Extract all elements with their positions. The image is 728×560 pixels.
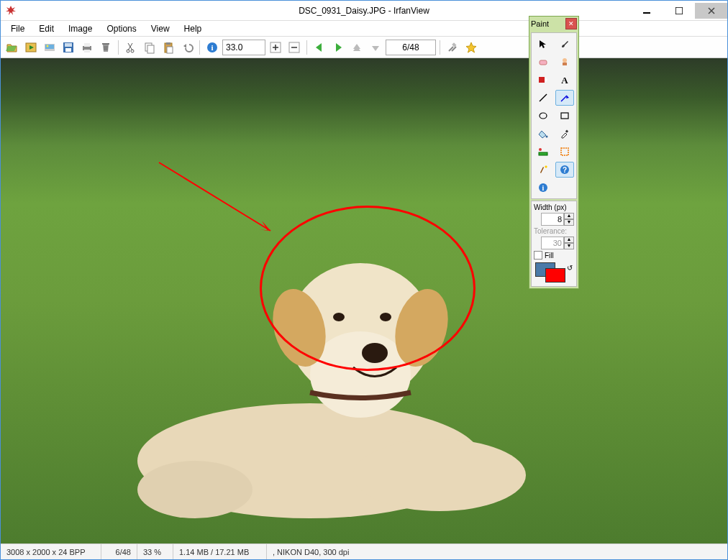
slideshow-button[interactable] — [22, 39, 40, 56]
arrow-tool[interactable] — [555, 90, 574, 106]
tolerance-spinner[interactable]: ▲▼ — [564, 237, 574, 249]
svg-rect-47 — [539, 152, 547, 155]
status-camera: , NIKON D40, 300 dpi — [267, 544, 727, 559]
thumbnails-button[interactable] — [41, 39, 58, 56]
print-button[interactable] — [78, 39, 96, 56]
svg-rect-46 — [565, 130, 568, 133]
svg-rect-8 — [65, 48, 71, 52]
svg-rect-12 — [102, 43, 109, 45]
svg-text:A: A — [561, 75, 568, 85]
settings-button[interactable] — [444, 39, 461, 56]
effects-tool[interactable] — [534, 162, 552, 178]
first-image-button[interactable] — [348, 39, 365, 56]
open-button[interactable] — [4, 39, 21, 56]
svg-rect-49 — [561, 148, 568, 155]
menu-options[interactable]: Options — [99, 22, 143, 35]
straighten-tool[interactable] — [555, 144, 574, 160]
svg-rect-36 — [540, 60, 547, 65]
svg-point-37 — [563, 58, 567, 63]
help-tool[interactable]: ? — [555, 162, 574, 178]
prev-image-button[interactable] — [311, 39, 328, 56]
eraser-tool[interactable] — [534, 54, 552, 70]
separator — [118, 40, 119, 55]
foreground-color[interactable] — [545, 268, 565, 283]
undo-button[interactable] — [178, 39, 196, 56]
save-button[interactable] — [60, 39, 77, 56]
rectangle-tool[interactable] — [555, 108, 574, 124]
annotation-arrow — [155, 159, 285, 245]
window-title: DSC_0931_Daisy.JPG - IrfanView — [299, 6, 429, 16]
paste-button[interactable] — [160, 39, 177, 56]
window-controls — [630, 3, 727, 19]
svg-rect-10 — [84, 43, 90, 47]
clone-tool[interactable] — [555, 54, 574, 70]
fill-tool[interactable] — [534, 126, 552, 142]
next-image-button[interactable] — [329, 39, 347, 56]
svg-rect-7 — [65, 43, 72, 47]
rotate-tool[interactable] — [534, 72, 552, 88]
maximize-button[interactable] — [663, 3, 695, 19]
svg-point-29 — [310, 331, 411, 418]
info-button[interactable]: i — [204, 39, 221, 56]
cut-button[interactable] — [122, 39, 140, 56]
eyedropper-tool[interactable] — [555, 126, 574, 142]
close-button[interactable] — [695, 3, 727, 19]
status-zoom: 33 % — [137, 544, 173, 559]
svg-point-31 — [387, 283, 456, 372]
tolerance-input[interactable] — [541, 237, 564, 249]
menubar: File Edit Image Options View Help — [1, 21, 727, 37]
status-dimensions: 3008 x 2000 x 24 BPP — [1, 544, 101, 559]
zoom-combo[interactable] — [222, 40, 265, 55]
svg-rect-19 — [167, 47, 173, 53]
width-label: Width (px) — [534, 203, 574, 211]
paint-close-button[interactable]: ✕ — [565, 18, 577, 29]
svg-point-27 — [353, 439, 526, 511]
separator — [199, 40, 200, 55]
toolbar: i — [1, 37, 727, 58]
width-spinner[interactable]: ▲▼ — [564, 213, 574, 226]
paint-title: Paint — [531, 19, 549, 28]
info-tool[interactable]: i — [534, 180, 552, 196]
svg-rect-4 — [45, 45, 54, 49]
status-page: 6/48 — [101, 544, 137, 559]
menu-view[interactable]: View — [144, 22, 177, 35]
minimize-button[interactable] — [630, 3, 663, 19]
paint-titlebar[interactable]: Paint ✕ — [529, 17, 578, 31]
favorite-button[interactable] — [463, 39, 480, 56]
page-field[interactable] — [386, 40, 436, 55]
last-image-button[interactable] — [367, 39, 384, 56]
menu-image[interactable]: Image — [61, 22, 99, 35]
menu-file[interactable]: File — [4, 22, 32, 35]
swap-colors-icon[interactable]: ↺ — [567, 264, 573, 272]
delete-button[interactable] — [97, 39, 114, 56]
svg-line-35 — [159, 162, 270, 231]
menu-edit[interactable]: Edit — [32, 22, 61, 35]
svg-text:?: ? — [562, 166, 566, 174]
pointer-tool[interactable] — [534, 36, 552, 52]
paint-palette[interactable]: Paint ✕ A ? i Width (px) ▲▼ Tolerance: ▲… — [529, 16, 579, 289]
line-tool[interactable] — [534, 90, 552, 106]
brush-tool[interactable] — [555, 36, 574, 52]
svg-point-30 — [265, 283, 334, 372]
copy-button[interactable] — [141, 39, 158, 56]
titlebar: DSC_0931_Daisy.JPG - IrfanView — [1, 1, 727, 21]
image-viewport[interactable] — [1, 58, 727, 543]
measure-tool[interactable] — [534, 144, 552, 160]
svg-point-25 — [137, 403, 483, 518]
svg-text:i: i — [211, 43, 213, 52]
text-tool[interactable]: A — [555, 72, 574, 88]
menu-help[interactable]: Help — [177, 22, 209, 35]
svg-line-42 — [561, 96, 567, 101]
width-input[interactable] — [541, 213, 564, 226]
svg-point-33 — [380, 313, 391, 321]
ellipse-tool[interactable] — [534, 108, 552, 124]
color-swatches: ↺ — [534, 262, 574, 284]
fill-checkbox[interactable] — [534, 251, 542, 260]
zoom-out-button[interactable] — [286, 39, 303, 56]
statusbar: 3008 x 2000 x 24 BPP 6/48 33 % 1.14 MB /… — [1, 543, 727, 559]
zoom-in-button[interactable] — [267, 39, 284, 56]
svg-rect-1 — [675, 7, 683, 14]
paint-settings: Width (px) ▲▼ Tolerance: ▲▼ Fill ↺ — [531, 201, 577, 287]
svg-rect-16 — [147, 45, 154, 53]
svg-rect-11 — [84, 50, 90, 52]
